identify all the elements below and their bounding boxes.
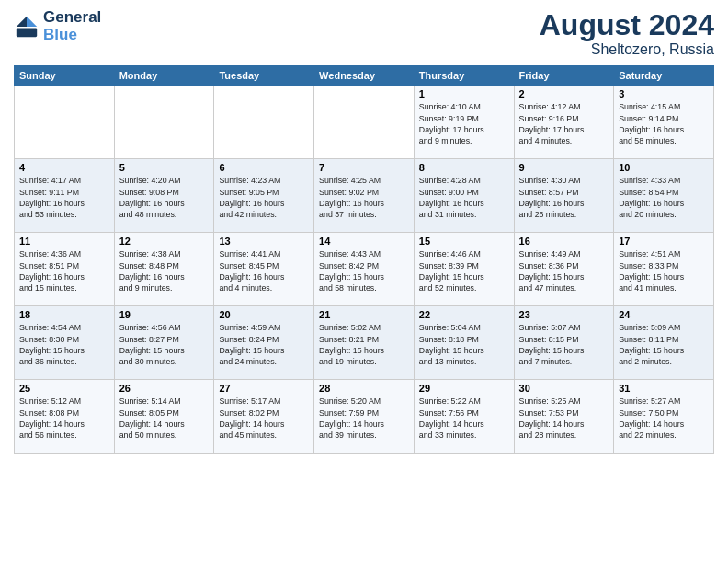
day-number: 2 [519, 88, 609, 99]
cell-4-1: 18Sunrise: 4:54 AM Sunset: 8:30 PM Dayli… [15, 306, 115, 380]
day-info: Sunrise: 4:30 AM Sunset: 8:57 PM Dayligh… [519, 175, 609, 220]
day-info: Sunrise: 4:20 AM Sunset: 9:08 PM Dayligh… [119, 175, 210, 220]
day-number: 19 [119, 309, 210, 320]
day-number: 18 [19, 309, 109, 320]
cell-3-2: 12Sunrise: 4:38 AM Sunset: 8:48 PM Dayli… [114, 233, 214, 306]
header-tuesday: Tuesday [214, 66, 314, 86]
day-number: 28 [319, 383, 409, 394]
day-number: 24 [619, 309, 709, 320]
day-number: 25 [19, 383, 109, 394]
day-number: 27 [219, 383, 309, 394]
svg-marker-2 [17, 16, 27, 26]
day-info: Sunrise: 4:43 AM Sunset: 8:42 PM Dayligh… [319, 248, 409, 293]
day-number: 11 [19, 236, 109, 247]
cell-5-5: 29Sunrise: 5:22 AM Sunset: 7:56 PM Dayli… [414, 380, 514, 454]
cell-3-5: 15Sunrise: 4:46 AM Sunset: 8:39 PM Dayli… [414, 233, 514, 306]
cell-1-6: 2Sunrise: 4:12 AM Sunset: 9:16 PM Daylig… [514, 86, 614, 159]
day-number: 29 [419, 383, 509, 394]
header-saturday: Saturday [614, 66, 714, 86]
day-info: Sunrise: 4:41 AM Sunset: 8:45 PM Dayligh… [219, 248, 309, 293]
cell-4-5: 22Sunrise: 5:04 AM Sunset: 8:18 PM Dayli… [414, 306, 514, 380]
day-info: Sunrise: 4:15 AM Sunset: 9:14 PM Dayligh… [619, 101, 709, 146]
day-info: Sunrise: 4:59 AM Sunset: 8:24 PM Dayligh… [219, 322, 309, 367]
week-row-4: 18Sunrise: 4:54 AM Sunset: 8:30 PM Dayli… [15, 306, 714, 380]
day-number: 6 [219, 162, 309, 173]
day-number: 9 [519, 162, 609, 173]
week-row-5: 25Sunrise: 5:12 AM Sunset: 8:08 PM Dayli… [15, 380, 714, 454]
day-info: Sunrise: 4:51 AM Sunset: 8:33 PM Dayligh… [619, 248, 709, 293]
cell-5-2: 26Sunrise: 5:14 AM Sunset: 8:05 PM Dayli… [114, 380, 214, 454]
cell-2-6: 9Sunrise: 4:30 AM Sunset: 8:57 PM Daylig… [514, 159, 614, 233]
week-row-3: 11Sunrise: 4:36 AM Sunset: 8:51 PM Dayli… [15, 233, 714, 306]
day-number: 31 [619, 383, 709, 394]
day-info: Sunrise: 5:02 AM Sunset: 8:21 PM Dayligh… [319, 322, 409, 367]
day-info: Sunrise: 5:14 AM Sunset: 8:05 PM Dayligh… [119, 396, 210, 441]
cell-5-3: 27Sunrise: 5:17 AM Sunset: 8:02 PM Dayli… [214, 380, 314, 454]
day-info: Sunrise: 4:54 AM Sunset: 8:30 PM Dayligh… [19, 322, 109, 367]
cell-1-2 [114, 86, 214, 159]
cell-5-1: 25Sunrise: 5:12 AM Sunset: 8:08 PM Dayli… [15, 380, 115, 454]
day-info: Sunrise: 4:36 AM Sunset: 8:51 PM Dayligh… [19, 248, 109, 293]
week-row-1: 1Sunrise: 4:10 AM Sunset: 9:19 PM Daylig… [15, 86, 714, 159]
cell-2-5: 8Sunrise: 4:28 AM Sunset: 9:00 PM Daylig… [414, 159, 514, 233]
cell-2-1: 4Sunrise: 4:17 AM Sunset: 9:11 PM Daylig… [15, 159, 115, 233]
cell-2-7: 10Sunrise: 4:33 AM Sunset: 8:54 PM Dayli… [614, 159, 714, 233]
cell-2-2: 5Sunrise: 4:20 AM Sunset: 9:08 PM Daylig… [114, 159, 214, 233]
day-info: Sunrise: 4:23 AM Sunset: 9:05 PM Dayligh… [219, 175, 309, 220]
day-number: 1 [419, 88, 509, 99]
day-number: 8 [419, 162, 509, 173]
cell-4-6: 23Sunrise: 5:07 AM Sunset: 8:15 PM Dayli… [514, 306, 614, 380]
logo-text: General Blue [43, 9, 101, 43]
day-number: 15 [419, 236, 509, 247]
day-info: Sunrise: 4:17 AM Sunset: 9:11 PM Dayligh… [19, 175, 109, 220]
cell-2-3: 6Sunrise: 4:23 AM Sunset: 9:05 PM Daylig… [214, 159, 314, 233]
logo: General Blue [14, 9, 101, 43]
day-info: Sunrise: 5:17 AM Sunset: 8:02 PM Dayligh… [219, 396, 309, 441]
day-info: Sunrise: 4:10 AM Sunset: 9:19 PM Dayligh… [419, 101, 509, 146]
cell-1-7: 3Sunrise: 4:15 AM Sunset: 9:14 PM Daylig… [614, 86, 714, 159]
header: General Blue August 2024 Sheltozero, Rus… [14, 9, 714, 58]
day-info: Sunrise: 4:49 AM Sunset: 8:36 PM Dayligh… [519, 248, 609, 293]
day-info: Sunrise: 5:27 AM Sunset: 7:50 PM Dayligh… [619, 396, 709, 441]
day-number: 7 [319, 162, 409, 173]
cell-3-6: 16Sunrise: 4:49 AM Sunset: 8:36 PM Dayli… [514, 233, 614, 306]
cell-3-7: 17Sunrise: 4:51 AM Sunset: 8:33 PM Dayli… [614, 233, 714, 306]
day-number: 17 [619, 236, 709, 247]
calendar-table: Sunday Monday Tuesday Wednesday Thursday… [14, 65, 714, 454]
cell-5-6: 30Sunrise: 5:25 AM Sunset: 7:53 PM Dayli… [514, 380, 614, 454]
cell-3-3: 13Sunrise: 4:41 AM Sunset: 8:45 PM Dayli… [214, 233, 314, 306]
day-number: 12 [119, 236, 210, 247]
page: General Blue August 2024 Sheltozero, Rus… [0, 0, 728, 563]
title-block: August 2024 Sheltozero, Russia [540, 9, 714, 58]
day-info: Sunrise: 4:28 AM Sunset: 9:00 PM Dayligh… [419, 175, 509, 220]
cell-4-4: 21Sunrise: 5:02 AM Sunset: 8:21 PM Dayli… [314, 306, 415, 380]
header-row: Sunday Monday Tuesday Wednesday Thursday… [15, 66, 714, 86]
day-number: 21 [319, 309, 409, 320]
svg-rect-3 [17, 28, 37, 37]
day-info: Sunrise: 5:04 AM Sunset: 8:18 PM Dayligh… [419, 322, 509, 367]
header-sunday: Sunday [15, 66, 115, 86]
cell-4-3: 20Sunrise: 4:59 AM Sunset: 8:24 PM Dayli… [214, 306, 314, 380]
cell-1-1 [15, 86, 115, 159]
header-thursday: Thursday [414, 66, 514, 86]
cell-2-4: 7Sunrise: 4:25 AM Sunset: 9:02 PM Daylig… [314, 159, 415, 233]
logo-icon [14, 14, 40, 40]
cell-4-7: 24Sunrise: 5:09 AM Sunset: 8:11 PM Dayli… [614, 306, 714, 380]
location: Sheltozero, Russia [540, 41, 714, 58]
cell-5-7: 31Sunrise: 5:27 AM Sunset: 7:50 PM Dayli… [614, 380, 714, 454]
cell-5-4: 28Sunrise: 5:20 AM Sunset: 7:59 PM Dayli… [314, 380, 415, 454]
day-number: 5 [119, 162, 210, 173]
day-number: 4 [19, 162, 109, 173]
day-info: Sunrise: 5:20 AM Sunset: 7:59 PM Dayligh… [319, 396, 409, 441]
day-info: Sunrise: 4:12 AM Sunset: 9:16 PM Dayligh… [519, 101, 609, 146]
day-info: Sunrise: 5:07 AM Sunset: 8:15 PM Dayligh… [519, 322, 609, 367]
svg-marker-1 [27, 16, 37, 26]
day-info: Sunrise: 4:56 AM Sunset: 8:27 PM Dayligh… [119, 322, 210, 367]
calendar-body: 1Sunrise: 4:10 AM Sunset: 9:19 PM Daylig… [15, 86, 714, 454]
day-info: Sunrise: 4:25 AM Sunset: 9:02 PM Dayligh… [319, 175, 409, 220]
header-friday: Friday [514, 66, 614, 86]
day-number: 16 [519, 236, 609, 247]
cell-1-4 [314, 86, 415, 159]
header-wednesday: Wednesday [314, 66, 415, 86]
cell-3-4: 14Sunrise: 4:43 AM Sunset: 8:42 PM Dayli… [314, 233, 415, 306]
